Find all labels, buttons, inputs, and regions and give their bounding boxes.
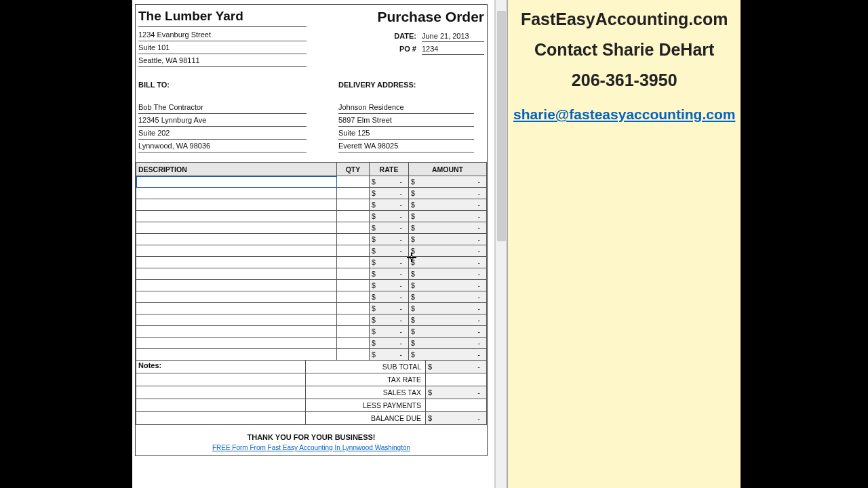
company-addr-3[interactable]: Seattle, WA 98111: [138, 54, 307, 67]
date-value[interactable]: June 21, 2013: [422, 30, 484, 42]
description-cell[interactable]: [136, 349, 337, 361]
contact-info-panel: FastEasyAccounting.com Contact Sharie De…: [507, 0, 741, 488]
table-row: $-$-: [136, 176, 487, 188]
qty-cell[interactable]: [337, 222, 370, 234]
company-addr-1[interactable]: 1234 Evanburg Street: [138, 28, 307, 41]
description-cell[interactable]: [136, 291, 337, 303]
qty-cell[interactable]: [337, 303, 370, 314]
delivery-1[interactable]: Johnson Residence: [338, 101, 474, 114]
description-cell[interactable]: [136, 257, 337, 268]
table-row: $-$-: [136, 268, 487, 280]
rate-cell: $-: [370, 176, 409, 188]
description-cell[interactable]: [136, 234, 337, 245]
lesspay-value[interactable]: [425, 399, 486, 411]
table-row: $-$-: [136, 326, 487, 338]
description-cell[interactable]: [136, 314, 337, 326]
qty-cell[interactable]: [337, 291, 370, 303]
qty-cell[interactable]: [337, 280, 370, 291]
document-title: Purchase Order: [307, 9, 484, 25]
bill-to-4[interactable]: Lynnwood, WA 98036: [138, 140, 307, 152]
table-row: $-$-: [136, 314, 487, 326]
qty-cell[interactable]: [337, 188, 370, 199]
rate-cell: $-: [370, 222, 409, 234]
qty-cell[interactable]: [337, 257, 370, 268]
company-addr-2[interactable]: Suite 101: [138, 41, 307, 54]
description-cell[interactable]: [136, 268, 337, 280]
company-name[interactable]: The Lumber Yard: [138, 9, 307, 27]
info-email-link[interactable]: sharie@fasteasyaccounting.com: [513, 106, 735, 123]
description-cell[interactable]: [136, 303, 337, 314]
qty-cell[interactable]: [337, 326, 370, 338]
description-cell[interactable]: [136, 211, 337, 222]
taxrate-label: TAX RATE: [306, 373, 425, 386]
info-contact: Contact Sharie DeHart: [513, 40, 735, 60]
amount-cell: $-: [409, 188, 487, 199]
amount-cell: $-: [409, 349, 487, 361]
salestax-label: SALES TAX: [306, 386, 425, 399]
notes-line[interactable]: [136, 386, 306, 399]
table-row: $-$-: [136, 280, 487, 291]
description-cell[interactable]: [136, 280, 337, 291]
scrollbar-thumb[interactable]: [497, 11, 506, 241]
free-form-link[interactable]: FREE Form From Fast Easy Accounting In L…: [136, 444, 487, 451]
description-cell[interactable]: [136, 338, 337, 349]
rate-cell: $-: [370, 211, 409, 222]
subtotal-value: $-: [425, 361, 486, 373]
notes-line[interactable]: [136, 373, 306, 386]
amount-cell: $-: [409, 326, 487, 338]
amount-cell: $-: [409, 338, 487, 349]
taxrate-value[interactable]: [425, 373, 486, 386]
table-row: $-$-: [136, 188, 487, 199]
rate-cell: $-: [370, 303, 409, 314]
amount-cell: $-: [409, 268, 487, 280]
info-phone: 206-361-3950: [513, 70, 735, 90]
description-cell[interactable]: [136, 326, 337, 338]
qty-cell[interactable]: [337, 199, 370, 211]
line-items-table: DESCRIPTION QTY RATE AMOUNT $-$-$-$-$-$-…: [136, 162, 487, 361]
po-label: PO #: [376, 45, 416, 53]
delivery-4[interactable]: Everett WA 98025: [338, 140, 474, 152]
description-cell[interactable]: [136, 222, 337, 234]
delivery-2[interactable]: 5897 Elm Street: [338, 114, 474, 127]
rate-cell: $-: [370, 188, 409, 199]
amount-cell: $-: [409, 176, 487, 188]
description-cell[interactable]: [136, 245, 337, 257]
po-value[interactable]: 1234: [422, 43, 484, 55]
spreadsheet-document: The Lumber Yard 1234 Evanburg Street Sui…: [132, 0, 495, 488]
description-cell[interactable]: [136, 188, 337, 199]
qty-cell[interactable]: [337, 314, 370, 326]
delivery-head: DELIVERY ADDRESS:: [338, 77, 484, 93]
qty-cell[interactable]: [337, 338, 370, 349]
table-row: $-$-: [136, 257, 487, 268]
qty-cell[interactable]: [337, 245, 370, 257]
date-label: DATE:: [376, 32, 416, 40]
qty-cell[interactable]: [337, 211, 370, 222]
vertical-scrollbar[interactable]: [495, 0, 507, 488]
amount-cell: $-: [409, 257, 487, 268]
subtotal-label: SUB TOTAL: [306, 361, 425, 373]
qty-cell[interactable]: [337, 268, 370, 280]
rate-cell: $-: [370, 338, 409, 349]
table-row: $-$-: [136, 199, 487, 211]
salestax-value: $-: [425, 386, 486, 399]
table-row: $-$-: [136, 338, 487, 349]
bill-to-1[interactable]: Bob The Contractor: [138, 101, 307, 114]
table-row: $-$-: [136, 245, 487, 257]
bill-to-head: BILL TO:: [138, 77, 309, 93]
description-cell[interactable]: [136, 176, 337, 188]
notes-line[interactable]: [136, 399, 306, 412]
notes-line[interactable]: [136, 412, 306, 425]
rate-cell: $-: [370, 257, 409, 268]
description-cell[interactable]: [136, 199, 337, 211]
qty-cell[interactable]: [337, 176, 370, 188]
qty-cell[interactable]: [337, 234, 370, 245]
bill-to-2[interactable]: 12345 Lynnburg Ave: [138, 114, 307, 127]
rate-cell: $-: [370, 291, 409, 303]
balance-label: BALANCE DUE: [306, 412, 425, 424]
amount-cell: $-: [409, 234, 487, 245]
notes-label: Notes:: [136, 361, 306, 373]
qty-cell[interactable]: [337, 349, 370, 361]
bill-to-3[interactable]: Suite 202: [138, 127, 307, 140]
amount-cell: $-: [409, 245, 487, 257]
delivery-3[interactable]: Suite 125: [338, 127, 474, 140]
